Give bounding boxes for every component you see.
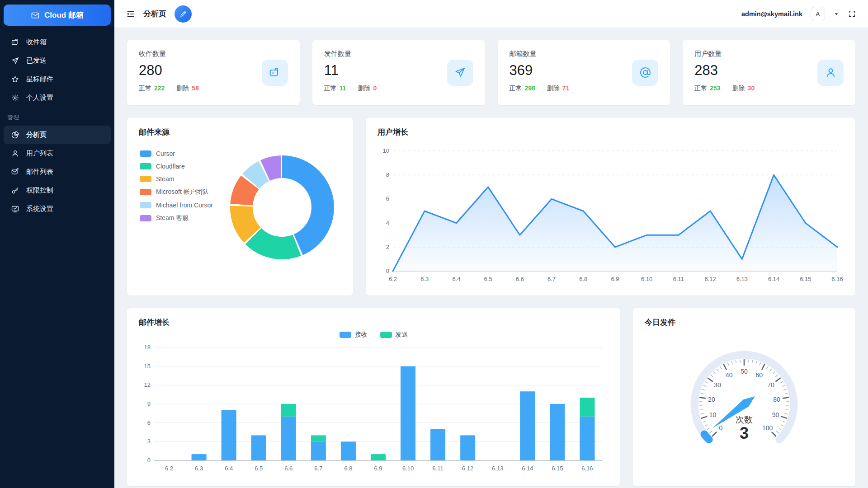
sidebar-item-label: 权限控制: [26, 186, 53, 195]
stat-footer: 正常222 删除58: [139, 84, 199, 93]
stat-deleted: 删除30: [732, 84, 755, 93]
top-header: 分析页 admin@skymail.ink A: [114, 0, 868, 28]
sidebar-item-key[interactable]: 权限控制: [0, 181, 114, 200]
send-icon: [11, 56, 19, 65]
legend-swatch: [140, 176, 151, 182]
sidebar-item-label: 系统设置: [26, 205, 53, 213]
svg-text:10: 10: [383, 147, 389, 154]
card-title: 邮件增长: [139, 317, 609, 328]
sidebar-item-monitor-check[interactable]: 系统设置: [0, 200, 114, 218]
stat-title: 用户数量: [694, 50, 755, 58]
card-title: 用户增长: [377, 127, 844, 137]
sidebar: Cloud 邮箱 收件箱已发送星标邮件个人设置管理分析页用户列表邮件列表权限控制…: [0, 0, 114, 488]
svg-text:70: 70: [767, 381, 774, 389]
svg-text:6.4: 6.4: [225, 465, 233, 472]
at-icon: [632, 60, 658, 86]
fullscreen-button[interactable]: [848, 9, 856, 18]
stat-value: 280: [139, 62, 199, 79]
bar-legend-item[interactable]: 接收: [340, 331, 368, 339]
stat-cards-row: 收件数量 280 正常222 删除58 发件数量 11 正常11 删除0 邮箱数…: [127, 40, 855, 105]
svg-text:6.7: 6.7: [547, 276, 556, 282]
svg-text:15: 15: [144, 363, 151, 370]
mailbox-icon: [11, 38, 19, 47]
svg-text:6.10: 6.10: [402, 465, 414, 472]
stat-card-body: 发件数量 11 正常11 删除0: [324, 50, 377, 95]
pie-legend-item[interactable]: Microsoft 帐户团队: [140, 188, 213, 196]
collapse-sidebar-button[interactable]: [126, 9, 135, 19]
sidebar-item-star[interactable]: 星标邮件: [0, 70, 114, 89]
stat-deleted: 删除0: [358, 84, 377, 93]
mail-growth-bar-chart: 03691215186.26.36.46.56.66.76.86.96.106.…: [139, 343, 609, 474]
key-icon: [11, 186, 19, 195]
stat-deleted: 删除71: [547, 84, 570, 93]
svg-text:6.4: 6.4: [452, 276, 460, 282]
svg-text:6.13: 6.13: [492, 465, 503, 472]
user-menu-caret[interactable]: [833, 11, 840, 17]
pie-legend-item[interactable]: Cloudflare: [140, 163, 213, 170]
svg-text:6.8: 6.8: [344, 465, 352, 472]
sidebar-nav: 收件箱已发送星标邮件个人设置管理分析页用户列表邮件列表权限控制系统设置: [0, 33, 114, 218]
legend-label: Steam: [156, 175, 174, 183]
legend-label: Cursor: [156, 150, 175, 157]
svg-text:18: 18: [144, 344, 151, 351]
stat-card-body: 收件数量 280 正常222 删除58: [139, 50, 199, 95]
legend-label: Steam 客服: [156, 214, 189, 222]
app-logo[interactable]: Cloud 邮箱: [4, 5, 111, 26]
bar-legend-item[interactable]: 发送: [380, 331, 408, 339]
svg-text:6.14: 6.14: [768, 276, 779, 282]
svg-text:6.2: 6.2: [389, 276, 397, 282]
sidebar-item-user[interactable]: 用户列表: [0, 144, 114, 163]
mail-source-card: 邮件来源 CursorCloudflareSteamMicrosoft 帐户团队…: [127, 118, 353, 296]
avatar[interactable]: A: [811, 7, 825, 21]
svg-text:6.12: 6.12: [704, 276, 716, 282]
pie-legend-item[interactable]: Cursor: [140, 150, 213, 157]
user-growth-card: 用户增长 02468106.26.36.46.56.66.76.86.96.10…: [366, 118, 855, 296]
mail-growth-card: 邮件增长 接收发送 03691215186.26.36.46.56.66.76.…: [127, 308, 620, 486]
legend-label: Microsoft 帐户团队: [156, 188, 209, 196]
user-email: admin@skymail.ink: [741, 10, 802, 18]
sidebar-item-label: 个人设置: [26, 94, 53, 102]
svg-text:90: 90: [772, 411, 779, 418]
sidebar-item-send[interactable]: 已发送: [0, 52, 114, 70]
edit-button[interactable]: [175, 5, 192, 23]
svg-text:6.13: 6.13: [736, 276, 748, 282]
stat-value: 11: [324, 62, 377, 79]
stat-footer: 正常298 删除71: [509, 84, 570, 93]
sidebar-item-gear[interactable]: 个人设置: [0, 89, 114, 107]
pie-legend-item[interactable]: Steam 客服: [140, 214, 213, 222]
svg-text:6.5: 6.5: [255, 465, 263, 472]
legend-swatch: [340, 332, 351, 338]
sidebar-item-label: 用户列表: [26, 149, 53, 158]
svg-text:10: 10: [709, 411, 717, 418]
bar-legend: 接收发送: [139, 330, 609, 339]
legend-label: 接收: [355, 331, 368, 339]
legend-swatch: [380, 332, 392, 338]
svg-text:3: 3: [740, 424, 749, 442]
legend-swatch: [140, 163, 151, 169]
svg-text:0: 0: [719, 424, 722, 432]
sidebar-item-mail-list[interactable]: 邮件列表: [0, 163, 114, 181]
svg-text:6.12: 6.12: [462, 465, 473, 472]
svg-text:30: 30: [714, 381, 721, 389]
svg-text:6.9: 6.9: [611, 276, 619, 282]
sidebar-item-pie-chart[interactable]: 分析页: [4, 126, 111, 144]
stat-card-at: 邮箱数量 369 正常298 删除71: [498, 40, 670, 105]
pie-legend-item[interactable]: Michael from Cursor: [140, 202, 213, 209]
svg-text:6.6: 6.6: [516, 276, 524, 282]
app-root: Cloud 邮箱 收件箱已发送星标邮件个人设置管理分析页用户列表邮件列表权限控制…: [0, 0, 868, 488]
svg-text:12: 12: [144, 381, 151, 388]
star-icon: [11, 75, 19, 84]
mail-list-icon: [11, 168, 19, 176]
svg-text:20: 20: [708, 396, 715, 403]
svg-text:6.11: 6.11: [673, 276, 684, 282]
svg-text:6.15: 6.15: [800, 276, 811, 282]
card-title: 邮件来源: [139, 127, 341, 137]
legend-swatch: [140, 150, 151, 157]
svg-text:3: 3: [147, 438, 151, 445]
sidebar-item-mailbox[interactable]: 收件箱: [0, 33, 114, 52]
stat-title: 发件数量: [324, 50, 377, 58]
user-icon: [817, 60, 844, 86]
svg-text:6.3: 6.3: [420, 276, 429, 282]
pie-legend-item[interactable]: Steam: [140, 175, 213, 183]
today-sent-gauge-chart: 0102030405060708090100次数3: [645, 328, 844, 477]
